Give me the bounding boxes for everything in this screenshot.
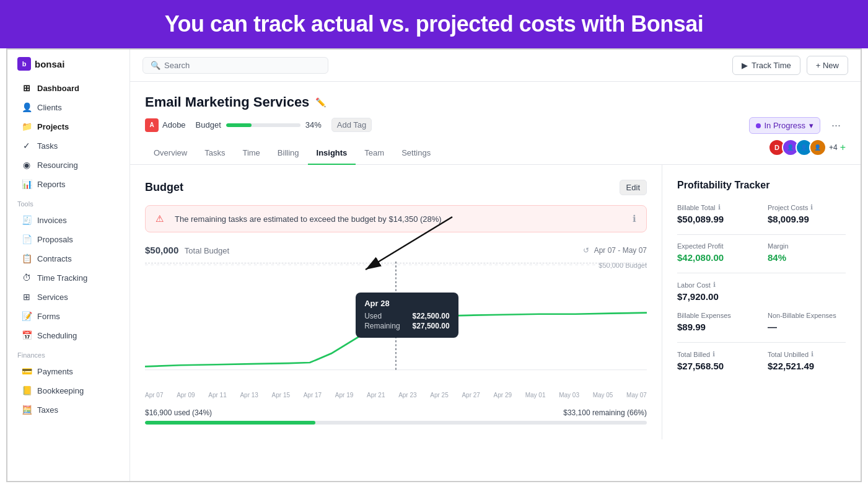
sidebar-item-proposals[interactable]: 📄 Proposals [11,230,126,249]
profit-item-non-billable-expenses: Non-Billable Expenses — [768,312,846,332]
tab-team[interactable]: Team [356,142,393,165]
info-icon-billable: ℹ [718,203,721,211]
sidebar-item-label: Services [37,293,68,302]
payments-icon: 💳 [21,366,32,376]
sidebar-item-invoices[interactable]: 🧾 Invoices [11,211,126,229]
sidebar-item-label: Taxes [37,405,58,415]
budget-section-header: Budget Edit [145,180,647,195]
sidebar-item-reports[interactable]: 📊 Reports [11,175,126,193]
sidebar-item-label: Scheduling [37,331,77,340]
sidebar-item-label: Time Tracking [37,273,87,283]
chart-budget-line [145,263,647,263]
profit-grid-2: Expected Profit $42,080.00 Margin 84% [677,242,846,263]
proposals-icon: 📄 [21,234,32,244]
sidebar-item-forms[interactable]: 📝 Forms [11,307,126,325]
x-label-2: Apr 11 [208,392,226,399]
sidebar-item-projects[interactable]: 📁 Projects [11,117,126,136]
budget-progress-bar [145,421,647,425]
avatar-group: D 👤 👤 👤 +4 + [768,139,846,156]
sidebar-item-clients[interactable]: 👤 Clients [11,98,126,117]
x-label-7: Apr 21 [367,392,385,399]
tab-settings[interactable]: Settings [393,142,439,165]
sidebar-item-services[interactable]: ⊞ Services [11,288,126,306]
profit-value-billable-expenses: $89.99 [677,322,755,332]
budget-total-label: Total Budget [185,246,229,255]
x-label-12: May 01 [525,392,546,399]
new-button[interactable]: + New [807,56,848,75]
sidebar-item-label: Payments [37,367,73,376]
sidebar-item-bookkeeping[interactable]: 📒 Bookkeeping [11,381,126,400]
budget-meta: Budget 34% [196,120,322,130]
forms-icon: 📝 [21,311,32,321]
sidebar-item-taxes[interactable]: 🧮 Taxes [11,400,126,419]
sidebar-item-payments[interactable]: 💳 Payments [11,362,126,381]
tooltip-used-value: $22,500.00 [413,312,450,320]
avatar-add-button[interactable]: + [840,142,846,153]
top-bar: 🔍 Search ▶ Track Time + New [130,50,861,82]
tab-overview[interactable]: Overview [145,142,196,165]
profit-item-margin: Margin 84% [768,242,846,263]
profit-item-billable-total: Billable Total ℹ $50,089.99 [677,203,755,224]
x-label-9: Apr 25 [430,392,448,399]
sidebar-item-label: Dashboard [37,84,79,93]
profit-value-expected-profit: $42,080.00 [677,252,755,263]
sidebar-item-label: Invoices [37,216,67,225]
more-options-button[interactable]: ··· [826,117,846,134]
sidebar-item-contracts[interactable]: 📋 Contracts [11,249,126,268]
project-title-row: Email Marketing Services ✏️ [145,94,846,110]
chart-tooltip: Apr 28 Used $22,500.00 Remaining $27,500… [356,293,458,338]
tab-tasks[interactable]: Tasks [196,142,234,165]
profit-item-billable-expenses: Billable Expenses $89.99 [677,312,755,332]
left-panel: Budget Edit ⚠ The remaining tasks are es… [130,165,662,439]
x-label-6: Apr 19 [335,392,353,399]
track-time-button[interactable]: ▶ Track Time [732,56,800,75]
sidebar-item-scheduling[interactable]: 📅 Scheduling [11,326,126,345]
sidebar-item-label: Clients [37,103,62,112]
new-label: + New [816,61,839,70]
sidebar-item-label: Proposals [37,235,73,244]
sidebar-item-label: Resourcing [37,161,78,170]
budget-progress-fill [145,421,315,425]
budget-label: Budget [196,120,221,130]
sidebar: b bonsai ⊞ Dashboard 👤 Clients 📁 Project… [7,50,130,481]
profitability-title: Profitability Tracker [677,180,846,191]
alert-warning-icon: ⚠ [156,213,164,224]
chart-container: $50,000 Budget [145,262,647,385]
status-dot [756,123,761,128]
x-label-1: Apr 09 [177,392,195,399]
status-chevron-icon: ▾ [809,121,813,130]
info-icon-labor: ℹ [713,281,716,289]
add-tag-button[interactable]: Add Tag [331,118,372,132]
x-label-15: May 07 [626,392,647,399]
x-label-13: May 03 [559,392,579,399]
banner-text: You can track actual vs. projected costs… [19,11,849,37]
taxes-icon: 🧮 [21,405,32,415]
profit-item-total-billed: Total Billed ℹ $27,568.50 [677,350,755,371]
sidebar-item-tasks[interactable]: ✓ Tasks [11,136,126,155]
sidebar-item-resourcing[interactable]: ◉ Resourcing [11,156,126,174]
content-area: Budget Edit ⚠ The remaining tasks are es… [130,165,861,439]
alert-info-icon[interactable]: ℹ [633,213,636,224]
tasks-icon: ✓ [21,141,32,151]
budget-remaining-label: $33,100 remaining (66%) [563,408,647,417]
search-bar[interactable]: 🔍 Search [142,57,328,74]
tab-billing[interactable]: Billing [269,142,308,165]
tab-insights[interactable]: Insights [308,142,356,165]
project-header-right: In Progress ▾ ··· [749,117,846,134]
profit-item-project-costs: Project Costs ℹ $8,009.99 [768,203,846,224]
sidebar-item-time-tracking[interactable]: ⏱ Time Tracking [11,268,126,287]
project-meta: A Adobe Budget 34% Add Tag [145,118,846,132]
top-bar-actions: ▶ Track Time + New [732,56,848,75]
tab-time[interactable]: Time [234,142,268,165]
status-badge[interactable]: In Progress ▾ [749,117,820,134]
sidebar-item-dashboard[interactable]: ⊞ Dashboard [11,79,126,97]
budget-date-range-value: Apr 07 - May 07 [594,246,647,255]
profit-label-expected-profit: Expected Profit [677,242,755,250]
info-icon-total-unbilled: ℹ [811,350,813,358]
time-tracking-icon: ⏱ [21,273,32,283]
tooltip-remaining-label: Remaining [364,322,400,330]
budget-edit-button[interactable]: Edit [620,180,647,195]
x-label-10: Apr 27 [462,392,480,399]
budget-progress-section: $16,900 used (34%) $33,100 remaining (66… [145,408,647,417]
edit-title-icon[interactable]: ✏️ [315,97,326,107]
